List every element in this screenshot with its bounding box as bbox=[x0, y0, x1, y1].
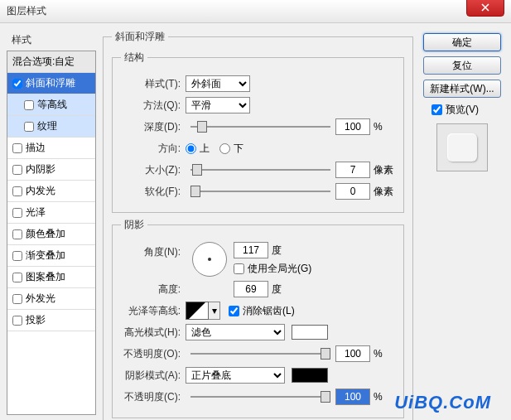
preview-box bbox=[436, 123, 488, 171]
highlight-opacity-input[interactable] bbox=[335, 345, 370, 362]
contour-item[interactable]: 等高线 bbox=[7, 94, 95, 116]
size-label: 大小(Z): bbox=[121, 163, 186, 177]
highlight-opacity-label: 不透明度(O): bbox=[121, 347, 186, 361]
pattern-overlay-checkbox[interactable] bbox=[12, 273, 22, 282]
altitude-input[interactable] bbox=[234, 281, 268, 297]
gloss-contour-dropdown[interactable]: ▾ bbox=[209, 302, 220, 320]
direction-up[interactable]: 上 bbox=[186, 142, 210, 156]
settings-panel: 斜面和浮雕 结构 样式(T): 外斜面 方法(Q): 平滑 深度(D): % bbox=[96, 30, 420, 413]
color-overlay-checkbox[interactable] bbox=[12, 229, 22, 239]
styles-list: 混合选项:自定 斜面和浮雕 等高线 纹理 描边 内阴影 内发光 光泽 颜色叠加 … bbox=[7, 51, 96, 415]
style-label: 样式(T): bbox=[121, 77, 186, 91]
preview-swatch bbox=[447, 133, 477, 162]
inner-glow-checkbox[interactable] bbox=[12, 186, 22, 196]
soften-unit: 像素 bbox=[370, 185, 395, 199]
color-overlay-item[interactable]: 颜色叠加 bbox=[7, 224, 95, 245]
texture-item[interactable]: 纹理 bbox=[7, 116, 95, 138]
right-panel: 确定 复位 新建样式(W)... 预览(V) bbox=[420, 30, 504, 413]
shadow-color-swatch[interactable] bbox=[292, 368, 328, 383]
satin-checkbox[interactable] bbox=[12, 208, 22, 218]
shadow-mode-label: 阴影模式(A): bbox=[121, 369, 186, 383]
inner-glow-item[interactable]: 内发光 bbox=[7, 181, 95, 202]
close-button[interactable] bbox=[466, 0, 504, 17]
texture-checkbox[interactable] bbox=[24, 122, 34, 132]
gloss-contour-swatch[interactable] bbox=[186, 302, 209, 320]
highlight-opacity-unit: % bbox=[370, 348, 395, 360]
preview-check[interactable]: 预览(V) bbox=[431, 103, 504, 117]
technique-label: 方法(Q): bbox=[121, 99, 186, 113]
drop-shadow-checkbox[interactable] bbox=[12, 316, 22, 326]
drop-shadow-item[interactable]: 投影 bbox=[7, 310, 95, 331]
satin-item[interactable]: 光泽 bbox=[7, 202, 95, 224]
angle-unit: 度 bbox=[268, 244, 293, 258]
antialias-check[interactable]: 消除锯齿(L) bbox=[229, 304, 295, 318]
soften-label: 软化(F): bbox=[121, 185, 186, 199]
direction-down[interactable]: 下 bbox=[219, 142, 243, 156]
styles-header: 样式 bbox=[7, 30, 96, 51]
depth-input[interactable] bbox=[335, 118, 370, 135]
contour-checkbox[interactable] bbox=[24, 100, 34, 110]
depth-label: 深度(D): bbox=[121, 120, 186, 134]
gloss-contour-label: 光泽等高线: bbox=[121, 304, 186, 318]
highlight-opacity-slider[interactable] bbox=[190, 348, 330, 360]
ok-button[interactable]: 确定 bbox=[423, 33, 501, 51]
soften-input[interactable] bbox=[335, 183, 370, 200]
close-icon bbox=[481, 3, 489, 12]
gradient-overlay-item[interactable]: 渐变叠加 bbox=[7, 245, 95, 267]
shadow-opacity-unit: % bbox=[370, 391, 395, 403]
global-light-check[interactable]: 使用全局光(G) bbox=[234, 262, 311, 276]
shadow-opacity-label: 不透明度(C): bbox=[121, 390, 186, 404]
bevel-checkbox[interactable] bbox=[12, 79, 22, 89]
size-input[interactable] bbox=[335, 162, 370, 178]
shading-group: 阴影 角度(N): 度 使用全局光(G) 高度: bbox=[112, 218, 404, 418]
angle-label: 角度(N): bbox=[121, 242, 186, 259]
shadow-opacity-slider[interactable] bbox=[190, 391, 330, 403]
highlight-color-swatch[interactable] bbox=[292, 325, 328, 340]
altitude-unit: 度 bbox=[268, 282, 293, 297]
bevel-group-title: 斜面和浮雕 bbox=[112, 30, 168, 44]
size-unit: 像素 bbox=[370, 163, 395, 177]
titlebar: 图层样式 bbox=[0, 0, 511, 23]
shading-title: 阴影 bbox=[121, 218, 147, 232]
gradient-overlay-checkbox[interactable] bbox=[12, 251, 22, 261]
highlight-mode-select[interactable]: 滤色 bbox=[186, 324, 285, 340]
stroke-item[interactable]: 描边 bbox=[7, 138, 95, 159]
bevel-emboss-item[interactable]: 斜面和浮雕 bbox=[7, 73, 95, 94]
new-style-button[interactable]: 新建样式(W)... bbox=[423, 80, 501, 98]
styles-panel: 样式 混合选项:自定 斜面和浮雕 等高线 纹理 描边 内阴影 内发光 光泽 颜色… bbox=[7, 30, 96, 413]
inner-shadow-checkbox[interactable] bbox=[12, 165, 22, 175]
shadow-mode-select[interactable]: 正片叠底 bbox=[186, 367, 285, 384]
cancel-button[interactable]: 复位 bbox=[423, 56, 501, 75]
pattern-overlay-item[interactable]: 图案叠加 bbox=[7, 267, 95, 288]
shadow-opacity-input[interactable] bbox=[335, 389, 370, 405]
blend-options-item[interactable]: 混合选项:自定 bbox=[7, 51, 95, 73]
bevel-group: 斜面和浮雕 结构 样式(T): 外斜面 方法(Q): 平滑 深度(D): % bbox=[103, 30, 413, 420]
altitude-label: 高度: bbox=[121, 282, 186, 297]
stroke-checkbox[interactable] bbox=[12, 143, 22, 153]
highlight-mode-label: 高光模式(H): bbox=[121, 326, 186, 340]
angle-input[interactable] bbox=[234, 242, 268, 258]
size-slider[interactable] bbox=[190, 164, 330, 176]
depth-unit: % bbox=[370, 121, 395, 133]
style-select[interactable]: 外斜面 bbox=[186, 75, 250, 92]
structure-title: 结构 bbox=[121, 51, 147, 65]
direction-label: 方向: bbox=[121, 142, 186, 156]
structure-group: 结构 样式(T): 外斜面 方法(Q): 平滑 深度(D): % 方向: bbox=[112, 51, 404, 213]
depth-slider[interactable] bbox=[190, 121, 330, 133]
angle-dot-icon bbox=[208, 258, 211, 261]
outer-glow-item[interactable]: 外发光 bbox=[7, 288, 95, 310]
inner-shadow-item[interactable]: 内阴影 bbox=[7, 159, 95, 181]
angle-dial[interactable] bbox=[192, 242, 227, 277]
window-title: 图层样式 bbox=[7, 4, 46, 18]
soften-slider[interactable] bbox=[190, 186, 330, 197]
outer-glow-checkbox[interactable] bbox=[12, 294, 22, 304]
watermark: UiBQ.CoM bbox=[394, 392, 491, 413]
technique-select[interactable]: 平滑 bbox=[186, 97, 250, 113]
